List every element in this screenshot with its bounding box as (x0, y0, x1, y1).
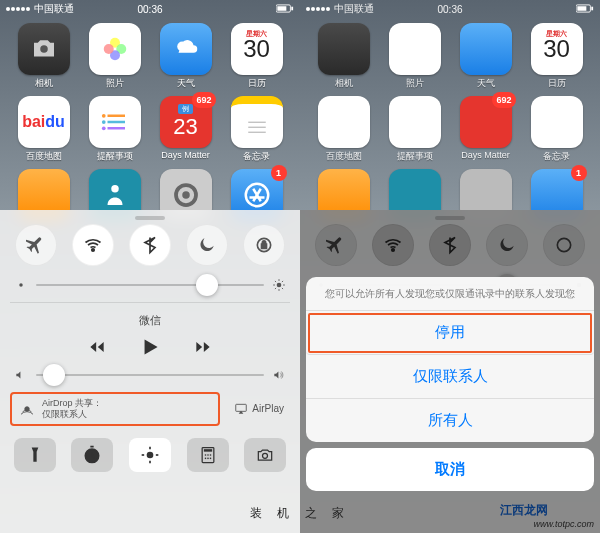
calculator-button[interactable] (187, 438, 229, 472)
svg-point-3 (40, 45, 48, 53)
airplane-toggle[interactable] (15, 224, 57, 266)
app-notes[interactable]: 备忘录 (228, 96, 286, 163)
status-bar: 中国联通 00:36 (300, 0, 600, 18)
now-playing-title: 微信 (0, 313, 300, 328)
svg-point-37 (147, 451, 154, 458)
volume-low-icon (14, 368, 28, 382)
app-reminders[interactable]: 提醒事项 (86, 96, 144, 163)
clock: 00:36 (137, 4, 162, 15)
signal-icon: 中国联通 (6, 2, 74, 16)
svg-point-20 (182, 191, 190, 199)
svg-line-32 (275, 288, 276, 289)
brightness-high-icon (272, 278, 286, 292)
svg-point-12 (101, 114, 105, 118)
svg-point-48 (207, 457, 209, 459)
airdrop-button[interactable]: AirDrop 共享：仅限联系人 (10, 392, 220, 426)
next-icon[interactable] (193, 337, 213, 357)
svg-point-14 (101, 126, 105, 130)
app-daysmatter[interactable]: 例23692Days Matter (157, 96, 215, 163)
svg-point-18 (111, 185, 119, 193)
svg-point-49 (209, 457, 211, 459)
sheet-prompt: 您可以允许所有人发现您或仅限通讯录中的联系人发现您 (306, 277, 594, 311)
bluetooth-toggle[interactable] (129, 224, 171, 266)
svg-rect-52 (577, 6, 586, 11)
app-camera[interactable]: 相机 (15, 23, 73, 90)
option-everyone[interactable]: 所有人 (306, 399, 594, 442)
screenshot-left: 中国联通 00:36 相机 照片 天气 星期六30日历 baidu百度地图 提醒… (0, 0, 300, 533)
app-photos[interactable]: 照片 (86, 23, 144, 90)
brightness-low-icon (14, 278, 28, 292)
home-screen: 相机 照片 天气 星期六30日历 baidu百度地图 提醒事项 例23692Da… (0, 18, 300, 223)
svg-line-33 (282, 281, 283, 282)
option-contacts-only[interactable]: 仅限联系人 (306, 355, 594, 399)
camera-button[interactable] (244, 438, 286, 472)
svg-line-30 (275, 281, 276, 282)
battery-icon (576, 4, 594, 15)
airplay-icon (234, 402, 248, 416)
now-playing: 微信 (0, 309, 300, 360)
airdrop-action-sheet: 您可以允许所有人发现您或仅限通讯录中的联系人发现您 停用 仅限联系人 所有人 取… (306, 277, 594, 491)
svg-rect-43 (203, 449, 211, 452)
option-off[interactable]: 停用 (306, 311, 594, 355)
svg-rect-35 (236, 404, 247, 411)
svg-rect-53 (591, 6, 593, 10)
svg-rect-2 (291, 6, 293, 10)
svg-point-24 (19, 283, 23, 287)
svg-point-7 (103, 44, 113, 54)
svg-point-47 (204, 457, 206, 459)
svg-point-50 (263, 453, 268, 458)
clock: 00:36 (437, 4, 462, 15)
watermark: 装 机 之 家 江西龙网 www.totpc.com (0, 493, 600, 533)
volume-slider[interactable] (0, 364, 300, 386)
nightshift-button[interactable] (129, 438, 171, 472)
timer-button[interactable] (71, 438, 113, 472)
svg-point-44 (204, 454, 206, 456)
battery-icon (276, 4, 294, 15)
wifi-toggle[interactable] (72, 224, 114, 266)
carrier-label: 中国联通 (34, 2, 74, 16)
volume-high-icon (272, 368, 286, 382)
airdrop-icon (18, 400, 36, 418)
app-weather[interactable]: 天气 (157, 23, 215, 90)
rotation-lock-toggle[interactable] (243, 224, 285, 266)
screenshot-right: 中国联通 00:36 相机 照片 天气 星期六30日历 百度地图 提醒事项 69… (300, 0, 600, 533)
svg-line-31 (282, 288, 283, 289)
grabber[interactable] (135, 216, 165, 220)
svg-rect-1 (277, 6, 286, 11)
svg-point-45 (207, 454, 209, 456)
flashlight-button[interactable] (14, 438, 56, 472)
carrier-label: 中国联通 (334, 2, 374, 16)
svg-point-13 (101, 120, 105, 124)
app-calendar[interactable]: 星期六30日历 (228, 23, 286, 90)
play-icon[interactable] (137, 334, 163, 360)
dnd-toggle[interactable] (186, 224, 228, 266)
control-center: 微信 AirDrop 共享：仅限联系人 AirPl (0, 210, 300, 533)
brightness-slider[interactable] (0, 274, 300, 296)
svg-point-46 (209, 454, 211, 456)
status-bar: 中国联通 00:36 (0, 0, 300, 18)
cancel-button[interactable]: 取消 (306, 448, 594, 491)
airplay-button[interactable]: AirPlay (228, 398, 290, 420)
svg-point-25 (277, 283, 282, 288)
app-baidumap[interactable]: baidu百度地图 (15, 96, 73, 163)
previous-icon[interactable] (87, 337, 107, 357)
svg-point-22 (92, 249, 95, 252)
